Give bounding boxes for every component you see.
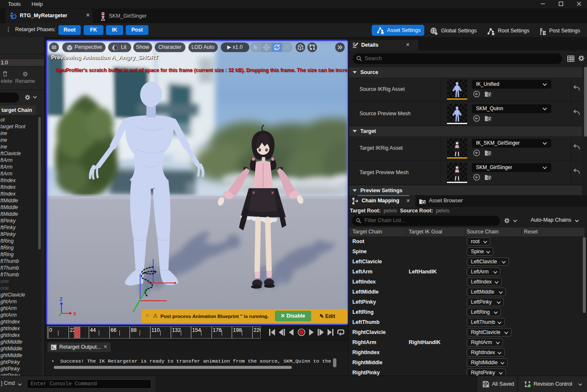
- svg-text:Z: Z: [60, 296, 63, 301]
- svg-text:X: X: [73, 311, 77, 316]
